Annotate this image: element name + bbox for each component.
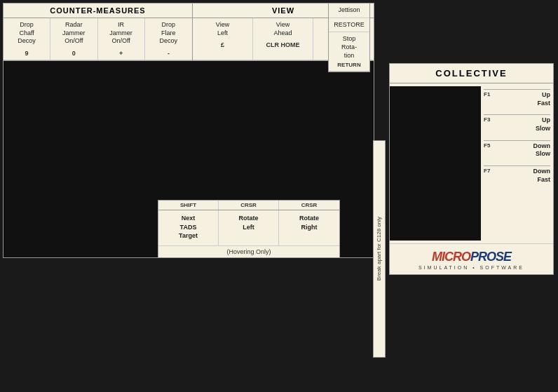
microprose-logo: MICROPROSE [393, 248, 550, 264]
collective-keys: F1 UpFast F3 UpSlow F5 [481, 86, 553, 241]
counter-measures-block: COUNTER-MEASURES DropChaffDecoy 9 RadarJ… [4, 4, 193, 60]
cm-cell-2: RadarJammerOn/Off 0 [50, 18, 97, 60]
cm-label-3: IRJammerOn/Off [109, 21, 132, 46]
black-area-main: SHIFT CRSR CRSR NextTADSTarget RotateLef… [4, 61, 374, 257]
bottom-controls: SHIFT CRSR CRSR NextTADSTarget RotateLef… [158, 200, 340, 257]
bottom-cell-1: NextTADSTarget [158, 210, 219, 245]
view-key-ahead: CLR HOME [266, 41, 300, 48]
view-label-ahead: ViewAhead [273, 21, 292, 37]
microprose-footer: MICROPROSE SIMULATION • SOFTWARE [390, 243, 553, 274]
cm-key-3: + [119, 50, 123, 57]
bottom-cell-2: RotateLeft [219, 210, 279, 245]
coll-key-f1: F1 [484, 91, 496, 97]
dark-bg-top [376, 3, 555, 60]
restore-label: RESTORE [331, 21, 367, 29]
main-card: COUNTER-MEASURES DropChaffDecoy 9 RadarJ… [3, 3, 374, 258]
bottom-header-3: CRSR [279, 201, 339, 210]
break-strip: Break apart for C128 only [373, 140, 386, 358]
view-cell-left: ViewLeft £ [193, 18, 253, 60]
microprose-subtitle: SIMULATION • SOFTWARE [393, 265, 550, 270]
cm-key-4: - [168, 50, 170, 57]
stop-rotation-key: RETURN [331, 62, 367, 68]
cm-cell-1: DropChaffDecoy 9 [4, 18, 50, 60]
cm-cell-4: DropFlareDecoy - [145, 18, 192, 60]
restore-item: RESTORE [329, 18, 369, 33]
cm-cell-3: IRJammerOn/Off + [98, 18, 145, 60]
collective-panel: COLLECTIVE F1 UpFast F3 UpSlow [389, 63, 554, 275]
cm-label-4: DropFlareDecoy [160, 21, 178, 46]
cm-key-2: 0 [72, 50, 76, 57]
bottom-cell-3: RotateRight [279, 210, 339, 245]
micro-text: MICRO [432, 250, 470, 264]
jettison-label: Jettison [331, 6, 367, 15]
coll-key-f5: F5 [484, 142, 496, 149]
coll-row-f1: F1 UpFast [484, 86, 550, 107]
coll-row-f7: F7 DownFast [484, 163, 550, 184]
coll-label-f3: UpSlow [536, 116, 550, 133]
counter-measures-header: COUNTER-MEASURES [4, 4, 192, 18]
coll-key-f7: F7 [484, 168, 496, 174]
coll-label-f7: DownFast [533, 168, 551, 184]
view-label-left: ViewLeft [216, 21, 229, 37]
stop-rotation-label: StopRota-tion [331, 35, 367, 60]
coll-label-f1: UpFast [537, 91, 550, 107]
coll-key-f3: F3 [484, 116, 496, 123]
jettison-item: Jettison [329, 4, 369, 18]
collective-header: COLLECTIVE [390, 64, 553, 83]
coll-label-f5: DownSlow [533, 142, 551, 158]
stop-rotation-item: StopRota-tion RETURN [329, 32, 369, 72]
cm-label-1: DropChaffDecoy [18, 21, 36, 46]
prose-text: PROSE [470, 250, 511, 264]
coll-row-f3: F3 UpSlow [484, 111, 550, 133]
hovering-only: (Hovering Only) [158, 245, 339, 257]
break-strip-text: Break apart for C128 only [376, 217, 383, 281]
bottom-header-1: SHIFT [158, 201, 219, 210]
right-panel: Jettison RESTORE StopRota-tion RETURN [328, 3, 370, 72]
view-cell-ahead: ViewAhead CLR HOME [253, 18, 313, 60]
coll-row-f5: F5 DownSlow [484, 137, 550, 158]
collective-black-area [390, 86, 481, 241]
cm-label-2: RadarJammerOn/Off [62, 21, 86, 46]
cm-key-1: 9 [25, 50, 29, 57]
bottom-header-2: CRSR [219, 201, 279, 210]
view-key-left: £ [221, 41, 224, 48]
